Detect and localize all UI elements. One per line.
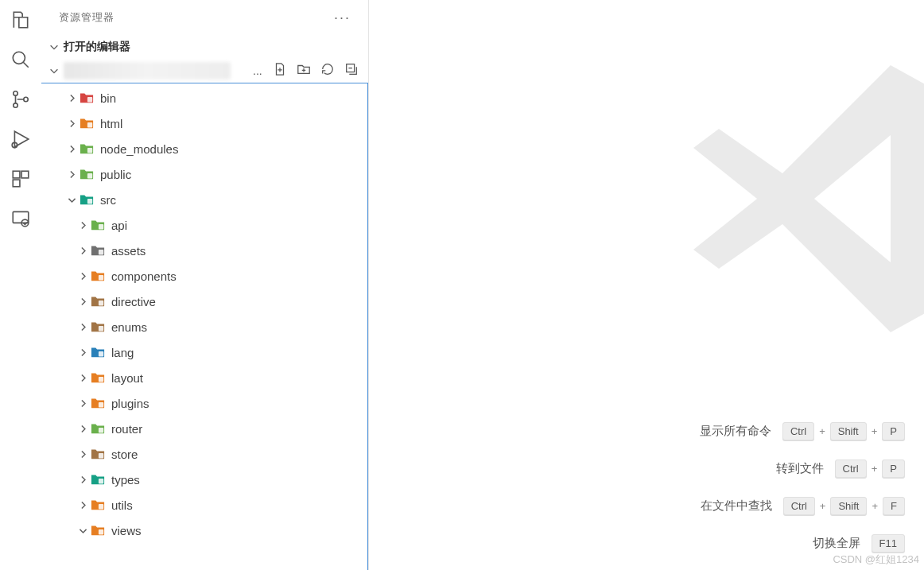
tree-item-label: src xyxy=(100,193,116,207)
file-tree[interactable]: binhtmlnode_modulespublicsrcapiassetscom… xyxy=(41,83,368,570)
key-combo: Ctrl+Shift+P xyxy=(782,422,905,440)
chevron-right-icon xyxy=(76,398,89,409)
folder-icon xyxy=(91,422,105,435)
tree-item-label: views xyxy=(111,524,142,537)
tree-item-node_modules[interactable]: node_modules xyxy=(41,136,367,161)
sidebar-title: 资源管理器 xyxy=(59,10,115,25)
command-hint: 转到文件Ctrl+P xyxy=(776,459,905,478)
svg-point-3 xyxy=(24,97,28,101)
svg-rect-27 xyxy=(99,504,103,509)
folder-icon xyxy=(80,117,94,130)
key-combo: F11 xyxy=(872,534,905,553)
tree-item-directive[interactable]: directive xyxy=(41,289,367,314)
key-Shift: Shift xyxy=(830,497,867,515)
tree-item-html[interactable]: html xyxy=(41,111,367,136)
svg-rect-13 xyxy=(87,148,92,153)
command-label: 显示所有命令 xyxy=(700,424,771,439)
tree-item-label: store xyxy=(111,448,138,461)
svg-rect-16 xyxy=(99,224,103,229)
tree-item-label: types xyxy=(111,473,140,487)
svg-rect-24 xyxy=(99,428,103,432)
tree-item-views[interactable]: views xyxy=(41,518,367,543)
tree-item-router[interactable]: router xyxy=(41,416,367,441)
command-label: 在文件中查找 xyxy=(701,498,772,514)
project-ellipsis: ... xyxy=(253,64,262,77)
chevron-right-icon xyxy=(65,93,78,103)
command-hint: 显示所有命令Ctrl+Shift+P xyxy=(700,422,905,440)
key-Shift: Shift xyxy=(830,422,867,440)
new-folder-icon[interactable] xyxy=(297,62,311,76)
tree-item-label: utils xyxy=(111,498,133,512)
command-hints: 显示所有命令Ctrl+Shift+P转到文件Ctrl+P在文件中查找Ctrl+S… xyxy=(700,422,905,553)
collapse-all-icon[interactable] xyxy=(344,62,359,76)
sidebar-header: 资源管理器 ··· xyxy=(41,0,368,35)
tree-item-layout[interactable]: layout xyxy=(41,365,367,390)
editor-area: 显示所有命令Ctrl+Shift+P转到文件Ctrl+P在文件中查找Ctrl+S… xyxy=(369,0,924,570)
key-combo: Ctrl+Shift+F xyxy=(783,497,905,515)
tree-item-bin[interactable]: bin xyxy=(41,85,367,111)
chevron-down-icon xyxy=(48,64,60,77)
more-icon[interactable]: ··· xyxy=(334,10,351,26)
chevron-right-icon xyxy=(76,347,89,358)
extensions-icon[interactable] xyxy=(10,169,31,189)
key-P: P xyxy=(882,459,905,478)
key-F11: F11 xyxy=(872,534,905,553)
command-label: 切换全屏 xyxy=(813,536,860,551)
tree-item-enums[interactable]: enums xyxy=(41,314,367,339)
tree-item-utils[interactable]: utils xyxy=(41,492,367,518)
chevron-right-icon xyxy=(76,424,89,434)
tree-item-label: layout xyxy=(111,371,143,385)
folder-icon xyxy=(91,346,105,359)
tree-item-components[interactable]: components xyxy=(41,263,367,289)
project-actions xyxy=(273,62,359,76)
tree-item-api[interactable]: api xyxy=(41,212,367,238)
folder-icon xyxy=(91,473,105,486)
tree-item-src[interactable]: src xyxy=(41,187,367,212)
svg-rect-11 xyxy=(87,97,92,102)
chevron-right-icon xyxy=(65,144,78,154)
svg-rect-8 xyxy=(13,211,29,223)
project-section[interactable]: ... xyxy=(41,59,368,83)
folder-icon xyxy=(80,142,94,155)
search-icon[interactable] xyxy=(10,49,31,70)
explorer-icon[interactable] xyxy=(10,10,31,30)
svg-rect-7 xyxy=(13,180,20,187)
tree-item-label: node_modules xyxy=(100,142,178,156)
folder-icon xyxy=(91,524,105,537)
tree-item-lang[interactable]: lang xyxy=(41,339,367,365)
chevron-right-icon xyxy=(76,322,89,332)
run-debug-icon[interactable] xyxy=(10,129,31,149)
command-hint: 切换全屏F11 xyxy=(813,534,905,553)
tree-item-label: router xyxy=(111,422,142,436)
svg-rect-17 xyxy=(99,250,103,254)
tree-item-types[interactable]: types xyxy=(41,467,367,492)
chevron-right-icon xyxy=(65,169,78,180)
folder-icon xyxy=(80,193,94,206)
tree-item-assets[interactable]: assets xyxy=(41,238,367,263)
svg-rect-25 xyxy=(99,453,103,458)
tree-item-label: public xyxy=(100,168,131,181)
chevron-right-icon xyxy=(76,297,89,307)
csdn-watermark: CSDN @红姐1234 xyxy=(833,553,919,567)
open-editors-label: 打开的编辑器 xyxy=(64,40,130,54)
open-editors-section[interactable]: 打开的编辑器 xyxy=(41,35,368,59)
activity-bar xyxy=(0,0,41,570)
svg-rect-23 xyxy=(99,402,103,407)
refresh-icon[interactable] xyxy=(320,62,335,76)
tree-item-store[interactable]: store xyxy=(41,441,367,467)
source-control-icon[interactable] xyxy=(10,89,31,110)
chevron-right-icon xyxy=(76,246,89,256)
key-P: P xyxy=(882,422,905,440)
remote-icon[interactable] xyxy=(10,208,31,229)
key-Ctrl: Ctrl xyxy=(782,422,814,440)
new-file-icon[interactable] xyxy=(273,62,287,76)
tree-item-label: directive xyxy=(111,295,156,308)
chevron-down-icon xyxy=(76,525,89,536)
chevron-right-icon xyxy=(76,220,89,231)
chevron-down-icon xyxy=(48,41,60,53)
svg-rect-6 xyxy=(21,171,29,178)
svg-rect-5 xyxy=(13,171,20,178)
chevron-right-icon xyxy=(76,373,89,383)
tree-item-plugins[interactable]: plugins xyxy=(41,390,367,416)
tree-item-public[interactable]: public xyxy=(41,161,367,187)
